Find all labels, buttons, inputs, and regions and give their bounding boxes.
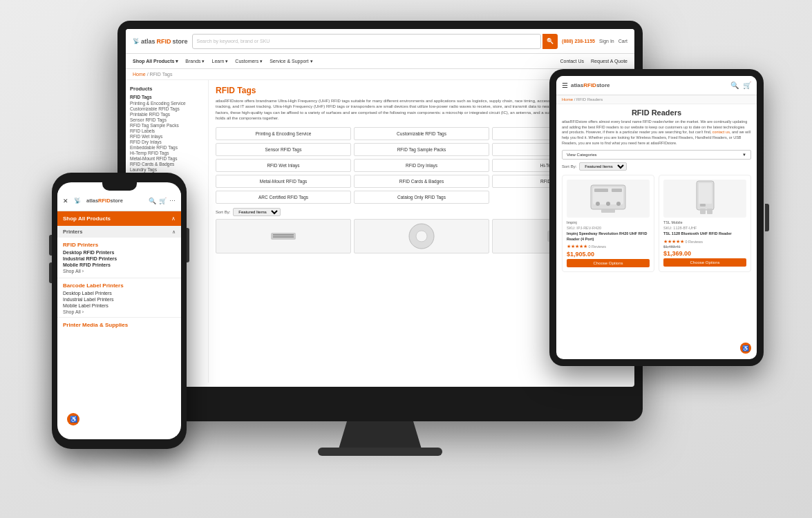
tablet-product-stars-2: ★★★★★ 0 Reviews (663, 239, 746, 244)
shop-all-arrow-icon: › (82, 269, 84, 274)
phone-power-button[interactable] (187, 228, 189, 262)
tablet-product-sku-2: SKU: 1128-BT-UHF (663, 226, 746, 230)
sidebar-item-cards-badges[interactable]: RFID Cards & Badges (130, 162, 204, 166)
sidebar-item-laundry[interactable]: Laundry Tags (130, 167, 204, 172)
sidebar-item-hitemp[interactable]: Hi-Temp RFID Tags (130, 151, 204, 155)
phone-industrial-rfid-printers[interactable]: Industrial RFID Printers (63, 256, 176, 261)
cart-link[interactable]: Cart (619, 39, 627, 44)
sidebar-item-wet-inlays[interactable]: RFID Wet Inlays (130, 134, 204, 139)
phone-printer-media-title[interactable]: Printer Media & Supplies (63, 322, 176, 328)
phone-shop-all-menu[interactable]: Shop All Products ∧ (57, 211, 181, 226)
tablet-products-row: Impinj SKU: IPJ-REV-R420 Impinj Speedway… (562, 175, 751, 271)
desktop-product-img-2[interactable] (354, 219, 489, 253)
svg-rect-15 (601, 209, 615, 213)
tablet-product-name-2: TSL 1128 Bluetooth UHF RFID Reader (663, 231, 746, 236)
desktop-search-button[interactable] (542, 34, 558, 49)
sidebar-item-metal-mount[interactable]: Metal-Mount RFID Tags (130, 156, 204, 161)
phone-accessibility-icon[interactable]: ♿ (67, 413, 79, 425)
monitor-base (318, 448, 442, 456)
phone-vol-up-button[interactable] (49, 235, 52, 256)
tablet-product-name-1: Impinj Speedway Revolution R420 UHF RFID… (567, 231, 650, 241)
request-quote-link[interactable]: Request A Quote (591, 59, 627, 64)
tablet-accessibility-icon[interactable]: ♿ (740, 343, 751, 354)
phone-printer-media-section: Printer Media & Supplies (57, 317, 181, 332)
sign-in-link[interactable]: Sign In (599, 39, 614, 44)
mobile-phone: ✕ 📡 atlasRFIDstore 🔍 🛒 ⋯ Shop All Produc… (52, 173, 187, 449)
phone-search-icon[interactable]: 🔍 (149, 198, 156, 204)
tablet-choose-options-btn-2[interactable]: Choose Options (663, 258, 746, 267)
sidebar-item-labels[interactable]: RFID Labels (130, 128, 204, 133)
product-cell-wet-inlays[interactable]: RFID Wet Inlays (216, 159, 351, 172)
phone-printers-label: Printers (63, 229, 82, 235)
tablet-home-button[interactable] (765, 204, 769, 231)
nav-shop-all[interactable]: Shop All Products ▾ (133, 59, 178, 64)
product-cell-metal-mount[interactable]: Metal-Mount RFID Tags (216, 175, 351, 188)
product-cell-customizable[interactable]: Customizable RFID Tags (354, 127, 489, 140)
tablet-product-sku-1: SKU: IPJ-REV-R420 (567, 226, 650, 230)
phone-rfid-printers-title: RFID Printers (63, 242, 176, 248)
tablet-search-icon[interactable]: 🔍 (730, 81, 739, 89)
phone-cart-icon[interactable]: 🛒 (159, 198, 167, 204)
phone-topbar: ✕ 📡 atlasRFIDstore 🔍 🛒 ⋯ (57, 191, 181, 211)
nav-brands[interactable]: Brands ▾ (185, 59, 205, 64)
phone-industrial-label-printers[interactable]: Industrial Label Printers (63, 297, 176, 302)
sidebar-item-customizable[interactable]: Customizable RFID Tags (130, 106, 204, 111)
sidebar-item-printing[interactable]: Printing & Encoding Service (130, 101, 204, 106)
tablet-view-categories[interactable]: View Categories ▼ (562, 150, 751, 160)
tablet-product-brand-2: TSL Mobile (663, 220, 746, 224)
product-cell-sample-packs[interactable]: RFID Tag Sample Packs (354, 143, 489, 156)
sidebar-item-dry-inlays[interactable]: RFID Dry Inlays (130, 140, 204, 144)
contact-us-link[interactable]: Contact Us (560, 59, 584, 64)
monitor-stand (339, 421, 422, 449)
product-cell-dry-inlays[interactable]: RFID Dry Inlays (354, 159, 489, 172)
nav-service[interactable]: Service & Support ▾ (270, 59, 312, 64)
phone-desktop-label-printers[interactable]: Desktop Label Printers (63, 291, 176, 296)
nav-learn[interactable]: Learn ▾ (211, 59, 228, 64)
phone-rfid-printers-shop-all[interactable]: Shop All › (63, 269, 176, 274)
tablet-page-title: RFID Readers (562, 108, 751, 117)
phone-vol-down-button[interactable] (49, 262, 52, 283)
tablet-cart-icon[interactable]: 🛒 (743, 81, 751, 89)
product-cell-printing[interactable]: Printing & Encoding Service (216, 127, 351, 140)
tablet-logo: atlasRFIDstore (571, 82, 728, 88)
product-cell-catalog-only[interactable]: Catalog Only RFID Tags (354, 191, 489, 204)
tablet-main: RFID Readers atlasRFIDstore offers almos… (556, 104, 757, 353)
phone-desktop-rfid-printers[interactable]: Desktop RFID Printers (63, 250, 176, 255)
svg-rect-20 (707, 209, 712, 214)
tablet-product-brand-1: Impinj (567, 220, 650, 224)
product-cell-cards-badges[interactable]: RFID Cards & Badges (354, 175, 489, 188)
phone-menu-icon[interactable]: ⋯ (169, 198, 176, 204)
phone-mobile-label-printers[interactable]: Mobile Label Printers (63, 303, 176, 308)
phone-screen: ✕ 📡 atlasRFIDstore 🔍 🛒 ⋯ Shop All Produc… (57, 182, 181, 439)
desktop-product-img-1[interactable] (216, 219, 351, 253)
sidebar-item-sensor[interactable]: Sensor RFID Tags (130, 117, 204, 122)
sidebar-item-printable[interactable]: Printable RFID Tags (130, 112, 204, 117)
sidebar-item-sample-packs[interactable]: RFID Tag Sample Packs (130, 123, 204, 128)
phone-frame: ✕ 📡 atlasRFIDstore 🔍 🛒 ⋯ Shop All Produc… (52, 173, 187, 449)
tablet-nav-icons: 🔍 🛒 (730, 81, 751, 89)
product-cell-sensor[interactable]: Sensor RFID Tags (216, 143, 351, 156)
svg-rect-10 (594, 189, 608, 192)
tablet-sort-select[interactable]: Featured Items (579, 162, 627, 171)
nav-customers[interactable]: Customers ▾ (235, 59, 263, 64)
phone-shop-all-arrow-icon: ∧ (171, 215, 176, 222)
phone-printers-submenu[interactable]: Printers ∧ (57, 226, 181, 238)
phone-barcode-shop-all[interactable]: Shop All › (63, 309, 176, 314)
tablet-choose-options-btn-1[interactable]: Choose Options (567, 259, 650, 267)
svg-point-13 (606, 202, 610, 206)
subnav-right: Contact Us Request A Quote (560, 59, 627, 64)
desktop-nav-actions: Sign In Cart (599, 39, 627, 44)
phone-rfid-printers-section: RFID Printers Desktop RFID Printers Indu… (57, 238, 181, 278)
tablet-product-stars-1: ★★★★★ 0 Reviews (567, 244, 650, 249)
tablet-product-card-1: Impinj SKU: IPJ-REV-R420 Impinj Speedway… (562, 175, 654, 271)
tablet-product-price-1: $1,905.00 (567, 251, 650, 258)
sidebar-item-embeddable[interactable]: Embeddable RFID Tags (130, 145, 204, 150)
product-cell-arc-certified[interactable]: ARC Certified RFID Tags (216, 191, 351, 204)
desktop-sort-select[interactable]: Featured Items (233, 208, 281, 216)
phone-close-icon[interactable]: ✕ (63, 198, 68, 204)
tablet-sort-label: Sort By: (562, 164, 576, 169)
tablet-menu-icon[interactable]: ☰ (562, 81, 568, 89)
phone-mobile-rfid-printers[interactable]: Mobile RFID Printers (63, 262, 176, 267)
desktop-search-input[interactable]: Search by keyword, brand or SKU (192, 34, 542, 49)
tablet-product-msrp-2: $1,483.41 (663, 244, 746, 249)
